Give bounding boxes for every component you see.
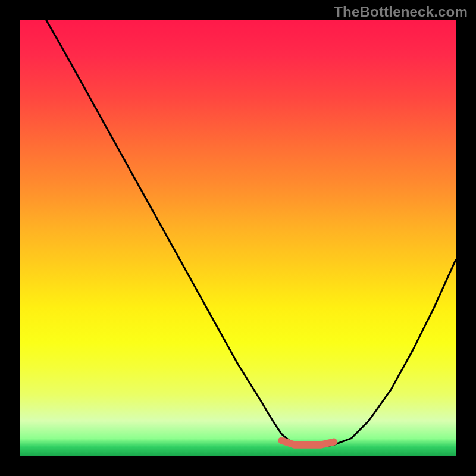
plot-area bbox=[20, 20, 456, 456]
watermark-text: TheBottleneck.com bbox=[334, 4, 468, 20]
bottleneck-curve bbox=[46, 20, 456, 447]
chart-container: TheBottleneck.com bbox=[0, 0, 476, 476]
trough-highlight bbox=[281, 440, 334, 444]
curve-layer bbox=[20, 20, 456, 456]
